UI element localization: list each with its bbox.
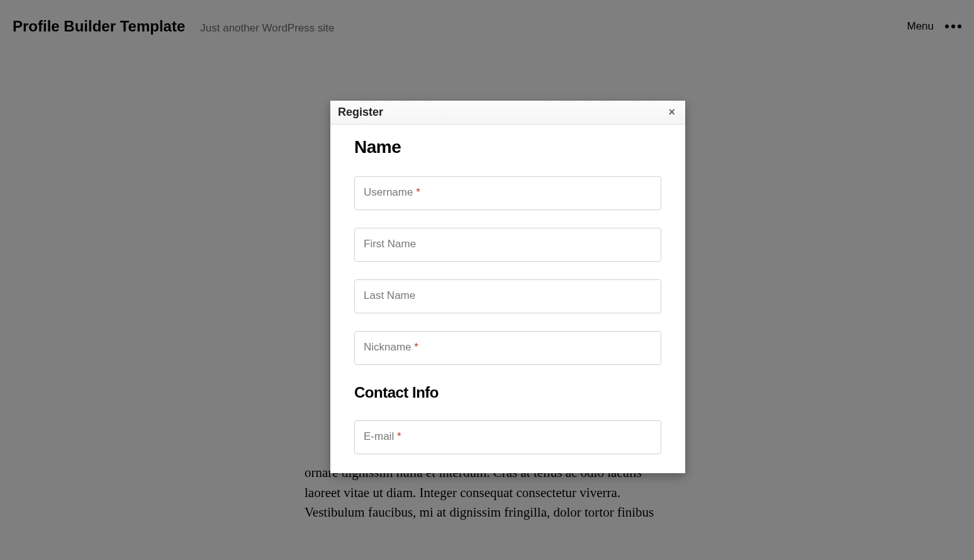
register-modal: Register × Name Username * First Name (330, 101, 685, 473)
nickname-field: Nickname * (354, 331, 661, 365)
email-field: E-mail * (354, 420, 661, 454)
last-name-input[interactable] (354, 279, 661, 313)
name-section-heading: Name (354, 137, 661, 157)
username-input[interactable] (354, 176, 661, 210)
first-name-field: First Name (354, 228, 661, 262)
modal-body[interactable]: Name Username * First Name Last (330, 125, 685, 473)
modal-header: Register × (330, 101, 685, 125)
first-name-input[interactable] (354, 228, 661, 262)
contact-section-heading: Contact Info (354, 384, 661, 401)
close-icon[interactable]: × (666, 106, 678, 119)
username-field: Username * (354, 176, 661, 210)
extra-field-partial (354, 472, 661, 473)
last-name-field: Last Name (354, 279, 661, 313)
nickname-input[interactable] (354, 331, 661, 365)
modal-title: Register (338, 106, 383, 119)
modal-body-wrapper: Name Username * First Name Last (330, 125, 685, 473)
email-input[interactable] (354, 420, 661, 454)
